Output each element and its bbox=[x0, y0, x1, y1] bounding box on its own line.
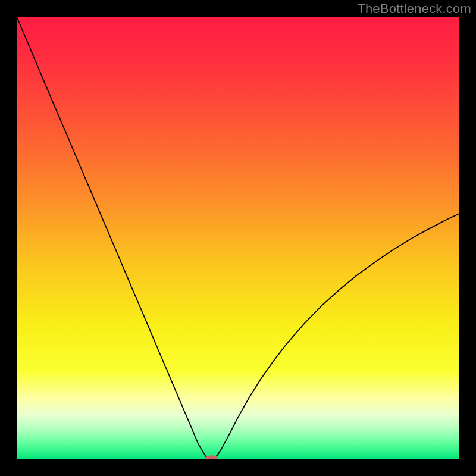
chart-background bbox=[17, 17, 459, 459]
watermark-text: TheBottleneck.com bbox=[357, 1, 471, 17]
chart-frame: TheBottleneck.com bbox=[0, 0, 476, 476]
plot-area bbox=[17, 17, 459, 459]
chart-svg bbox=[17, 17, 459, 459]
